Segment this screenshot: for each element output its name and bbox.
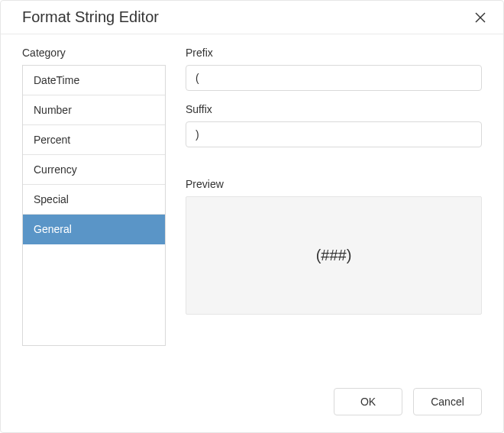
suffix-group: Suffix [186, 103, 482, 147]
category-column: Category DateTime Number Percent Currenc… [22, 47, 166, 374]
prefix-label: Prefix [186, 47, 482, 59]
preview-value: (###) [316, 247, 352, 264]
prefix-group: Prefix [186, 47, 482, 91]
dialog-title: Format String Editor [22, 8, 159, 26]
spacer [186, 160, 482, 178]
format-string-editor-dialog: Format String Editor Category DateTime N… [0, 0, 504, 433]
dialog-footer: OK Cancel [1, 374, 503, 432]
category-item-datetime[interactable]: DateTime [23, 66, 165, 95]
category-item-general[interactable]: General [23, 215, 165, 244]
suffix-input[interactable] [186, 121, 482, 147]
close-icon [475, 12, 486, 23]
preview-label: Preview [186, 178, 482, 190]
category-item-special[interactable]: Special [23, 185, 165, 215]
dialog-body: Category DateTime Number Percent Currenc… [1, 34, 503, 374]
category-list[interactable]: DateTime Number Percent Currency Special… [22, 65, 166, 346]
ok-button[interactable]: OK [334, 388, 402, 415]
category-item-number[interactable]: Number [23, 95, 165, 125]
settings-column: Prefix Suffix Preview (###) [186, 47, 482, 374]
category-label: Category [22, 47, 166, 59]
category-item-currency[interactable]: Currency [23, 155, 165, 185]
dialog-header: Format String Editor [1, 1, 503, 34]
close-button[interactable] [473, 10, 488, 25]
category-item-percent[interactable]: Percent [23, 125, 165, 155]
preview-box: (###) [186, 196, 482, 315]
suffix-label: Suffix [186, 103, 482, 115]
prefix-input[interactable] [186, 65, 482, 91]
cancel-button[interactable]: Cancel [413, 388, 482, 415]
